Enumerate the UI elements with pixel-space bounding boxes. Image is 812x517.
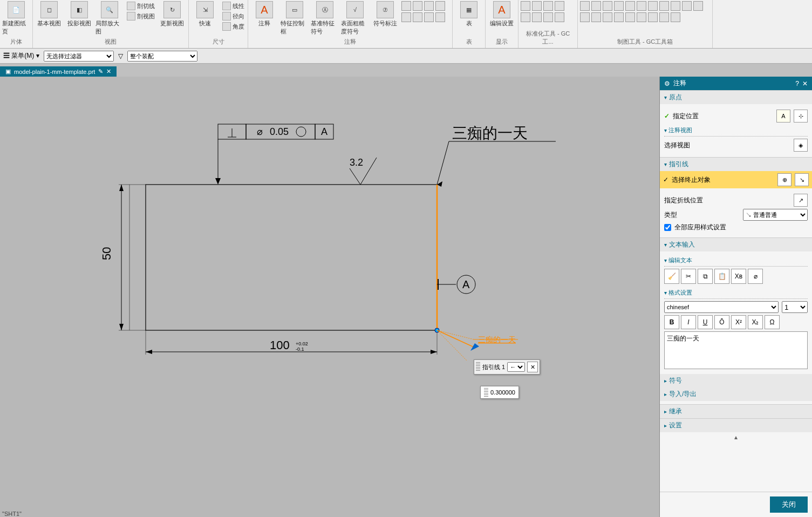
leader-float-toolbar[interactable]: 指引线 1 ← ✕ — [474, 359, 540, 375]
note-textarea[interactable]: 三痴的一天 — [664, 331, 808, 369]
angle-dim-button[interactable]: 角度 — [221, 22, 245, 31]
sub-button[interactable]: X₂ — [748, 315, 763, 329]
panel-titlebar[interactable]: ⚙ 注释 ? ✕ — [660, 77, 812, 90]
std-icon[interactable] — [532, 1, 542, 11]
gc-icon[interactable] — [591, 1, 601, 11]
std-icon[interactable] — [543, 12, 553, 22]
grip-icon[interactable] — [484, 388, 488, 397]
section-line-button[interactable]: 剖切线 — [126, 1, 156, 11]
section-view-button[interactable]: 剖视图 — [126, 11, 156, 21]
tool-xb[interactable]: Xв — [731, 269, 746, 284]
std-icon[interactable] — [555, 1, 564, 11]
tool-cut[interactable]: ✂ — [681, 269, 696, 284]
omega-button[interactable]: Ω — [765, 315, 780, 329]
subhead-edit[interactable]: 编辑文本 — [664, 255, 808, 267]
loc-btn-a[interactable]: A — [776, 110, 790, 123]
grip-icon[interactable] — [476, 362, 480, 372]
collapse-panel-icon[interactable]: ▴ — [660, 432, 812, 442]
bold-button[interactable]: B — [664, 315, 679, 329]
detail-view-button[interactable]: 🔍局部放大图 — [95, 1, 124, 36]
help-icon[interactable]: ? — [795, 80, 799, 87]
gc-icon[interactable] — [614, 12, 624, 22]
anno-icon[interactable] — [401, 12, 411, 22]
gc-icon[interactable] — [603, 12, 612, 22]
add-terminate-button[interactable]: ⊕ — [777, 173, 791, 186]
table-button[interactable]: ▦表 — [455, 1, 483, 28]
anno-icon[interactable] — [401, 1, 411, 11]
tool-paste[interactable]: 📋 — [714, 269, 729, 284]
anno-icon[interactable] — [424, 1, 434, 11]
proj-view-button[interactable]: ◧投影视图 — [65, 1, 93, 28]
gc-icon[interactable] — [659, 1, 669, 11]
gc-icon[interactable] — [637, 1, 646, 11]
arrow-style-select[interactable]: ← — [507, 362, 525, 372]
funnel-icon[interactable]: ▽ — [118, 52, 123, 60]
quick-dim-button[interactable]: ⇲快速 — [191, 1, 219, 28]
gc-icon[interactable] — [625, 1, 635, 11]
gc-icon[interactable] — [671, 1, 680, 11]
tool-dia[interactable]: ⌀ — [748, 269, 763, 284]
gc-icon[interactable] — [637, 12, 646, 22]
font-select[interactable]: chinesef — [664, 301, 779, 313]
leader-type-select[interactable]: ↘ 普通普通 — [743, 209, 808, 221]
tool-eraser[interactable]: 🧹 — [664, 269, 679, 284]
section-inherit[interactable]: 继承 — [660, 405, 812, 418]
file-tab[interactable]: ▣ model-plain-1-mm-template.prt ✎ ✕ — [0, 66, 117, 77]
overline-button[interactable]: Ō — [714, 315, 729, 329]
loc-btn-b[interactable]: ⊹ — [794, 110, 808, 123]
italic-button[interactable]: I — [681, 315, 696, 329]
close-tab-icon[interactable]: ✕ — [106, 68, 111, 75]
std-icon[interactable] — [521, 12, 530, 22]
assembly-select[interactable]: 整个装配 — [127, 51, 197, 62]
std-icon[interactable] — [543, 1, 553, 11]
new-sheet-button[interactable]: 📄新建图纸页 — [2, 1, 30, 36]
underline-button[interactable]: U — [698, 315, 713, 329]
menu-button[interactable]: ☰ 菜单(M) ▾ — [3, 51, 39, 60]
edit-settings-button[interactable]: A编辑设置 — [488, 1, 516, 28]
section-leader[interactable]: 指引线 — [660, 158, 812, 171]
size-select[interactable]: 1 — [782, 301, 808, 313]
anno-icon[interactable] — [413, 1, 422, 11]
subhead-format[interactable]: 格式设置 — [664, 287, 808, 299]
std-icon[interactable] — [532, 12, 542, 22]
break-pos-button[interactable]: ↗ — [794, 194, 808, 207]
gc-icon[interactable] — [648, 1, 658, 11]
section-symbol[interactable]: 符号 — [660, 374, 812, 387]
std-icon[interactable] — [555, 12, 564, 22]
pick-terminate-button[interactable]: ↘ — [795, 173, 809, 186]
gc-icon[interactable] — [693, 1, 703, 11]
base-view-button[interactable]: ◻基本视图 — [35, 1, 63, 28]
radial-dim-button[interactable]: 径向 — [221, 11, 245, 21]
gc-icon[interactable] — [580, 1, 590, 11]
gc-icon[interactable] — [591, 12, 601, 22]
terminate-row[interactable]: ✓ 选择终止对象 ⊕ ↘ — [660, 171, 812, 188]
tool-copy[interactable]: ⧉ — [698, 269, 713, 284]
gc-icon[interactable] — [614, 1, 624, 11]
section-settings[interactable]: 设置 — [660, 419, 812, 432]
anno-icon[interactable] — [424, 12, 434, 22]
std-icon[interactable] — [521, 1, 530, 11]
fcf-button[interactable]: ▭特征控制框 — [281, 1, 309, 36]
close-button[interactable]: 关闭 — [770, 496, 808, 513]
super-button[interactable]: X² — [731, 315, 746, 329]
surface-button[interactable]: √表面粗糙度符号 — [341, 1, 369, 36]
update-view-button[interactable]: ↻更新视图 — [158, 1, 186, 28]
anno-icon[interactable] — [435, 12, 445, 22]
linear-dim-button[interactable]: 线性 — [221, 1, 245, 11]
leader-value-float[interactable]: 0.300000 — [480, 386, 519, 399]
apply-all-checkbox[interactable] — [664, 224, 671, 231]
section-import[interactable]: 导入/导出 — [660, 387, 812, 401]
anno-icon[interactable] — [413, 12, 422, 22]
gc-icon[interactable] — [671, 12, 680, 22]
select-view-button[interactable]: ◈ — [794, 139, 808, 152]
section-origin[interactable]: 原点 — [660, 91, 812, 104]
note-button[interactable]: A注释 — [250, 1, 278, 28]
datum-button[interactable]: Ⓐ基准特征符号 — [311, 1, 339, 36]
subhead-view[interactable]: 注释视图 — [664, 125, 808, 137]
gc-icon[interactable] — [659, 12, 669, 22]
gc-icon[interactable] — [580, 12, 590, 22]
gc-icon[interactable] — [682, 1, 692, 11]
gc-icon[interactable] — [603, 1, 612, 11]
gc-icon[interactable] — [648, 12, 658, 22]
symbol-mark-button[interactable]: ⑦符号标注 — [371, 1, 399, 28]
